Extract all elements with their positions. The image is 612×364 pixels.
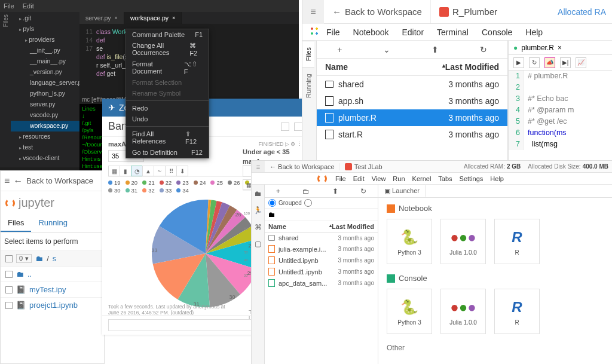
file-row[interactable]: apc_data_sam...3 months ago [265,277,378,289]
file-row[interactable]: Untitled1.ipynb3 months ago [265,266,378,277]
menu-run[interactable]: Run [393,175,405,182]
running-icon[interactable]: 🏃 [253,206,262,215]
tree-item[interactable]: language_server.py [11,78,79,88]
menu-edit[interactable]: Edit [353,175,365,182]
refresh-icon[interactable]: ↻ [480,45,487,54]
menu-terminal[interactable]: Terminal [437,27,469,37]
close-icon[interactable]: × [115,15,118,21]
new-folder-icon[interactable]: 🗀 [302,187,310,195]
menu-editor[interactable]: Editor [402,27,424,37]
menu-notebook[interactable]: Notebook [353,27,389,37]
group-toggle[interactable]: Grouped [265,198,378,209]
menu-kernel[interactable]: Kernel [412,175,432,182]
hamburger-icon[interactable]: ≡ [302,0,324,24]
launcher-tab[interactable]: ▣ Launcher [378,185,426,197]
menu-edit[interactable]: Edit [23,2,34,10]
close-icon[interactable]: × [172,15,175,21]
file-row[interactable]: 🖿.. [1,266,104,282]
tree-item[interactable]: vscode-client [11,153,79,164]
grouped-radio[interactable] [268,199,276,207]
close-icon[interactable]: × [558,44,562,52]
refresh-icon[interactable]: ↻ [529,57,540,68]
vscode-activity-bar[interactable]: Files [0,12,11,167]
tabs-icon[interactable]: ▢ [255,240,261,248]
ungrouped-radio[interactable] [304,199,312,207]
tree-item[interactable]: .git [11,13,79,24]
launcher-card[interactable]: ●●●Julia 1.0.0 [440,219,486,264]
tree-item[interactable]: python_ls.py [11,88,79,99]
plus-icon[interactable]: + [276,187,280,195]
file-row[interactable]: shared3 months ago [265,233,378,243]
file-row[interactable]: julia-example.i...3 months ago [265,243,378,255]
launcher-card[interactable]: RR [494,289,540,334]
menu-help[interactable]: Help [525,27,543,37]
file-row[interactable]: start.R3 months ago [317,126,507,143]
code-lines[interactable]: 1# plumber.R23#* Echo bac4#* @param m5#*… [509,71,612,150]
back-link[interactable]: ← Back to Workspace [265,163,339,170]
menu-help[interactable]: Help [490,175,504,182]
folder-icon[interactable]: 🖿 [35,254,43,263]
tree-item[interactable]: vscode.py [11,110,79,121]
file-row[interactable]: 📓proejct1.ipynb [1,297,104,313]
select-count[interactable]: 0▾ [16,254,32,263]
tree-item[interactable]: resources [11,131,79,142]
back-arrow-icon[interactable]: ← [13,176,23,186]
upload-icon[interactable]: ⬆ [432,45,439,54]
pie-icon[interactable]: ◔ [131,166,143,176]
checkbox[interactable] [5,271,13,278]
checkbox[interactable] [5,302,13,309]
menu-view[interactable]: View [372,175,386,182]
sidetab-files[interactable]: Files [302,41,314,67]
tree-item[interactable]: test [11,142,79,153]
editor-tab[interactable]: workspace.py× [124,12,182,24]
launcher-card[interactable]: 🐍Python 3 [387,219,432,264]
breadcrumb[interactable]: s [53,254,57,263]
menu-item[interactable]: Find All References⇧ F12 [126,129,209,147]
tree-item[interactable]: _version.py [11,67,79,78]
step-icon[interactable]: ▶| [560,57,571,68]
plus-icon[interactable]: + [337,45,342,54]
checkbox[interactable] [5,255,13,262]
tree-item[interactable]: providers [11,35,79,45]
tab-files[interactable]: Files [1,215,31,232]
tree-item[interactable]: pyls [11,24,79,35]
file-row[interactable]: plumber.R3 months ago [317,109,507,126]
file-row[interactable]: 📓myTest.ipy [1,282,104,297]
menu-file[interactable]: File [4,2,14,10]
menu-file[interactable]: File [335,175,346,182]
sidetab-running[interactable]: Running [302,67,314,104]
menu-item[interactable]: Undo [126,114,209,124]
file-row[interactable]: app.sh3 months ago [317,93,507,109]
menu-console[interactable]: Console [482,27,512,37]
toolbar-icon[interactable] [281,123,289,131]
announce-icon[interactable]: 📣 [544,57,555,68]
menu-file[interactable]: File [326,27,340,37]
menu-settings[interactable]: Settings [460,175,484,182]
download-icon[interactable]: ⬇ [176,166,188,176]
tab-running[interactable]: Running [31,215,74,232]
tree-item[interactable]: server.py [11,99,79,110]
menu-item[interactable]: Change All Occurrences⌘ F2 [126,40,209,59]
back-link[interactable]: ←Back to Workspace [324,7,430,17]
upload-icon[interactable]: ⬆ [332,187,338,195]
launcher-card[interactable]: ●●●Julia 1.0.0 [440,289,486,334]
menu-item[interactable]: Format Document⌥⇧ F [126,59,209,77]
table-icon[interactable]: ▦ [108,166,120,176]
tree-item[interactable]: .coveragerc [11,164,79,167]
menu-item[interactable]: Command PaletteF1 [126,29,209,40]
tree-item[interactable]: workspace.py [11,121,79,131]
menu-item[interactable]: Go to DefinitionF12 [126,147,209,158]
refresh-icon[interactable]: ↻ [360,187,366,195]
tree-item[interactable]: __main__.py [11,56,79,67]
menu-tabs[interactable]: Tabs [438,175,452,182]
back-link[interactable]: Back to Workspace [26,176,93,185]
commands-icon[interactable]: ⌘ [255,223,262,231]
play-icon[interactable]: ▶ [513,57,524,68]
folder-icon[interactable]: 🖿 [255,189,262,198]
chart-icon[interactable]: 📈 [576,57,586,68]
bar-icon[interactable]: ▮ [120,166,131,176]
file-row[interactable]: shared3 months ago [317,76,507,93]
menu-item[interactable]: Redo [126,103,209,114]
file-row[interactable]: Untitled.ipynb3 months ago [265,255,378,266]
checkbox[interactable] [5,286,13,293]
